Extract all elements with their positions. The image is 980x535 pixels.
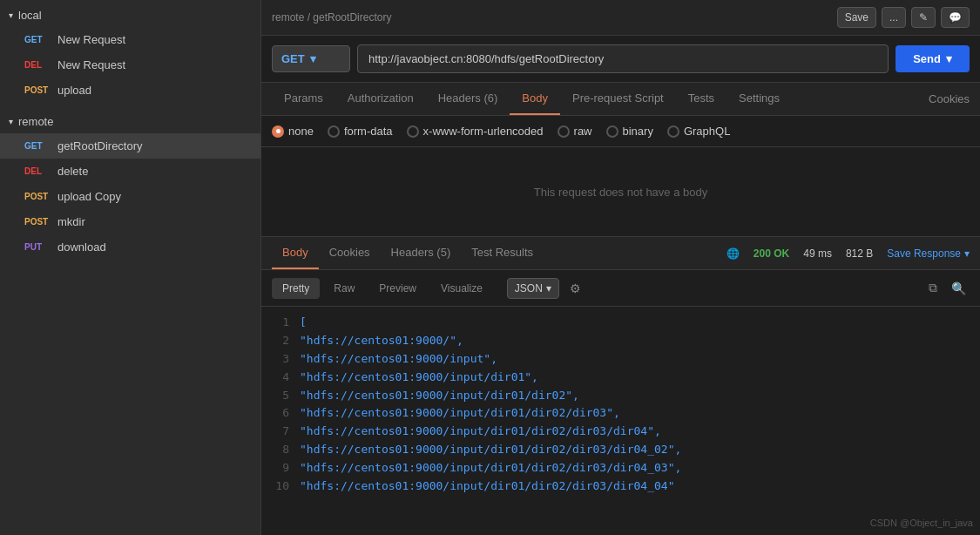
- sidebar-item-remote[interactable]: GETgetRootDirectory: [0, 133, 260, 159]
- response-size: 812 B: [846, 247, 873, 260]
- format-tab[interactable]: Visualize: [430, 278, 493, 299]
- body-options-list: noneform-datax-www-form-urlencodedrawbin…: [272, 125, 730, 138]
- remote-group-header[interactable]: ▾ remote: [0, 110, 260, 133]
- request-tab[interactable]: Headers (6): [426, 83, 510, 115]
- more-button[interactable]: ...: [882, 7, 906, 28]
- body-option[interactable]: GraphQL: [667, 125, 730, 138]
- code-line: 10 "hdfs://centos01:9000/input/dir01/dir…: [272, 477, 970, 496]
- watermark: CSDN @Object_in_java: [870, 518, 973, 528]
- response-tab[interactable]: Headers (5): [381, 237, 462, 269]
- response-tabs: BodyCookiesHeaders (5)Test Results 🌐 200…: [261, 237, 980, 270]
- method-badge: PUT: [24, 242, 52, 252]
- main-content: remote / getRootDirectory Save ... ✎ 💬 G…: [261, 0, 980, 535]
- response-tab[interactable]: Body: [272, 237, 319, 269]
- response-tabs-list: BodyCookiesHeaders (5)Test Results: [272, 237, 544, 269]
- response-tab[interactable]: Cookies: [319, 237, 381, 269]
- local-items-container: GETNew RequestDELNew RequestPOSTupload: [0, 27, 260, 103]
- response-toolbar: PrettyRawPreviewVisualize JSON ▾ ⚙ ⧉ 🔍: [261, 270, 980, 307]
- chevron-down-icon: ▾: [964, 247, 970, 260]
- radio-dot: [407, 125, 419, 138]
- status-ok: 200 OK: [754, 247, 789, 260]
- code-line: 9 "hdfs://centos01:9000/input/dir01/dir0…: [272, 459, 970, 477]
- sidebar: ▾ local GETNew RequestDELNew RequestPOST…: [0, 0, 261, 535]
- radio-dot: [328, 125, 340, 138]
- response-time: 49 ms: [803, 247, 832, 260]
- sidebar-item-local[interactable]: GETNew Request: [0, 27, 260, 52]
- body-option[interactable]: x-www-form-urlencoded: [407, 125, 544, 138]
- request-tab[interactable]: Tests: [676, 83, 727, 115]
- globe-icon: 🌐: [727, 247, 740, 260]
- line-content: "hdfs://centos01:9000/input",: [300, 350, 497, 369]
- code-line: 3 "hdfs://centos01:9000/input",: [272, 350, 970, 369]
- code-view: 1[2 "hdfs://centos01:9000/",3 "hdfs://ce…: [261, 307, 980, 535]
- line-content: "hdfs://centos01:9000/input/dir01/dir02/…: [300, 423, 661, 441]
- sidebar-item-local[interactable]: POSTupload: [0, 78, 260, 103]
- format-tab[interactable]: Preview: [368, 278, 427, 299]
- request-tab[interactable]: Settings: [727, 83, 792, 115]
- sidebar-item-label: delete: [57, 165, 88, 178]
- sidebar-item-label: upload: [57, 84, 91, 97]
- comment-button[interactable]: 💬: [941, 7, 970, 28]
- code-line: 6 "hdfs://centos01:9000/input/dir01/dir0…: [272, 404, 970, 423]
- sidebar-item-remote[interactable]: DELdelete: [0, 159, 260, 184]
- sidebar-item-remote[interactable]: PUTdownload: [0, 234, 260, 260]
- code-line: 8 "hdfs://centos01:9000/input/dir01/dir0…: [272, 441, 970, 459]
- url-input[interactable]: [357, 44, 889, 73]
- save-response-label: Save Response: [887, 247, 961, 260]
- search-icon[interactable]: 🔍: [948, 277, 970, 299]
- request-tab[interactable]: Authorization: [335, 83, 426, 115]
- request-tabs-list: ParamsAuthorizationHeaders (6)BodyPre-re…: [272, 83, 792, 115]
- sidebar-item-local[interactable]: DELNew Request: [0, 52, 260, 78]
- line-number: 2: [272, 332, 289, 350]
- cookies-tab[interactable]: Cookies: [929, 84, 970, 114]
- chevron-down-icon: ▾: [9, 117, 13, 126]
- line-content: "hdfs://centos01:9000/input/dir01/dir02/…: [300, 404, 620, 423]
- chevron-down-icon: ▾: [310, 52, 316, 65]
- request-tab[interactable]: Params: [272, 83, 335, 115]
- sidebar-item-label: upload Copy: [57, 190, 121, 203]
- line-content: "hdfs://centos01:9000/input/dir01",: [300, 369, 538, 387]
- line-number: 6: [272, 404, 289, 423]
- sidebar-item-label: getRootDirectory: [57, 139, 143, 152]
- send-button[interactable]: Send ▾: [896, 45, 970, 72]
- copy-icon[interactable]: ⧉: [925, 277, 941, 299]
- line-number: 5: [272, 387, 289, 405]
- response-tab[interactable]: Test Results: [461, 237, 544, 269]
- line-number: 3: [272, 350, 289, 369]
- sidebar-item-remote[interactable]: POSTmkdir: [0, 209, 260, 234]
- save-button[interactable]: Save: [837, 7, 876, 28]
- local-group-header[interactable]: ▾ local: [0, 3, 260, 27]
- request-tab[interactable]: Body: [510, 83, 560, 115]
- sidebar-item-label: New Request: [57, 58, 125, 71]
- body-option-label: form-data: [344, 125, 393, 138]
- request-tab[interactable]: Pre-request Script: [560, 83, 676, 115]
- radio-dot: [667, 125, 679, 138]
- line-number: 9: [272, 459, 289, 477]
- body-option[interactable]: raw: [558, 125, 592, 138]
- line-number: 8: [272, 441, 289, 459]
- save-response-button[interactable]: Save Response ▾: [887, 247, 970, 260]
- local-group-label: local: [18, 9, 42, 22]
- edit-button[interactable]: ✎: [911, 7, 936, 28]
- body-option[interactable]: binary: [606, 125, 653, 138]
- sidebar-item-remote[interactable]: POSTupload Copy: [0, 184, 260, 209]
- no-body-message: This request does not have a body: [261, 147, 980, 236]
- body-option[interactable]: form-data: [328, 125, 393, 138]
- body-option[interactable]: none: [272, 125, 314, 138]
- line-content: [: [300, 314, 307, 332]
- sidebar-item-label: New Request: [57, 33, 125, 46]
- json-format-select[interactable]: JSON ▾: [507, 278, 559, 299]
- method-select[interactable]: GET ▾: [272, 45, 350, 72]
- body-option-label: raw: [574, 125, 592, 138]
- radio-dot: [272, 125, 284, 138]
- body-option-label: binary: [623, 125, 653, 138]
- request-bar: GET ▾ Send ▾: [261, 36, 980, 83]
- format-tab[interactable]: Pretty: [272, 278, 320, 299]
- response-status: 🌐 200 OK 49 ms 812 B Save Response ▾: [727, 247, 970, 260]
- code-line: 5 "hdfs://centos01:9000/input/dir01/dir0…: [272, 387, 970, 405]
- chevron-down-icon: ▾: [946, 52, 952, 65]
- line-content: "hdfs://centos01:9000/input/dir01/dir02"…: [300, 387, 579, 405]
- format-tab[interactable]: Raw: [323, 278, 365, 299]
- line-content: "hdfs://centos01:9000/input/dir01/dir02/…: [300, 459, 681, 477]
- filter-icon[interactable]: ⚙: [566, 278, 585, 299]
